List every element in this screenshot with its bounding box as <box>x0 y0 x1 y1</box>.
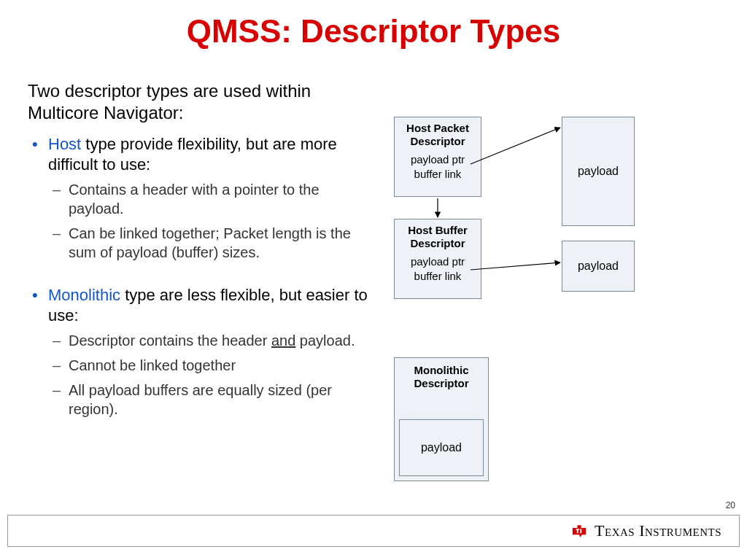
payload-label: payload <box>562 241 634 291</box>
keyword-monolithic: Monolithic <box>48 286 120 304</box>
box-title: Host Packet Descriptor <box>395 117 481 149</box>
sub-item: Can be linked together; Packet length is… <box>48 224 371 262</box>
sub-item: Contains a header with a pointer to the … <box>48 180 371 218</box>
bullet-monolithic: Monolithic type are less flexible, but e… <box>28 285 371 419</box>
box-title: Host Buffer Descriptor <box>395 219 481 252</box>
box-payload-2: payload <box>562 241 635 292</box>
box-body: payload ptr buffer link <box>395 149 481 187</box>
svg-rect-5 <box>580 529 581 533</box>
bullet-list: Monolithic type are less flexible, but e… <box>28 285 371 419</box>
svg-line-0 <box>471 128 560 164</box>
slide: QMSS: Descriptor Types Two descriptor ty… <box>0 0 747 560</box>
slide-title: QMSS: Descriptor Types <box>0 0 747 50</box>
svg-rect-4 <box>576 529 579 530</box>
buffer-link-label: buffer link <box>414 168 462 180</box>
keyword-host: Host <box>48 135 81 153</box>
sub-item: All payload buffers are equally sized (p… <box>48 381 371 419</box>
sub-item: Descriptor contains the header and paylo… <box>48 331 371 350</box>
box-body: payload ptr buffer link <box>395 252 481 289</box>
lead-text: Two descriptor types are used within Mul… <box>28 80 371 124</box>
payload-ptr-label: payload ptr <box>411 153 465 166</box>
svg-line-2 <box>471 262 560 270</box>
text-content: Two descriptor types are used within Mul… <box>28 80 371 419</box>
diagram-area: Host Packet Descriptor payload ptr buffe… <box>379 117 729 510</box>
payload-label: payload <box>562 117 634 225</box>
buffer-link-label: buffer link <box>414 270 462 282</box>
box-monolithic-descriptor: Monolithic Descriptor payload <box>394 357 489 481</box>
brand-text: Texas Instruments <box>595 521 721 540</box>
bullet-list: Host type provide flexibility, but are m… <box>28 134 371 262</box>
box-host-buffer-descriptor: Host Buffer Descriptor payload ptr buffe… <box>394 219 481 299</box>
mono-inner-payload: payload <box>399 419 484 476</box>
ti-logo-icon <box>570 521 589 540</box>
box-payload-1: payload <box>562 117 635 226</box>
payload-ptr-label: payload ptr <box>411 255 465 268</box>
page-number: 20 <box>726 500 735 510</box>
sub-item: Cannot be linked together <box>48 356 371 375</box>
sub-list-host: Contains a header with a pointer to the … <box>48 180 371 262</box>
brand: Texas Instruments <box>570 521 721 540</box>
box-title: Monolithic Descriptor <box>395 359 488 392</box>
bullet-host: Host type provide flexibility, but are m… <box>28 134 371 262</box>
sub-list-mono: Descriptor contains the header and paylo… <box>48 331 371 419</box>
footer-bar: Texas Instruments <box>7 515 740 547</box>
bullet-host-text: type provide flexibility, but are more d… <box>48 135 337 174</box>
box-host-packet-descriptor: Host Packet Descriptor payload ptr buffe… <box>394 117 481 197</box>
